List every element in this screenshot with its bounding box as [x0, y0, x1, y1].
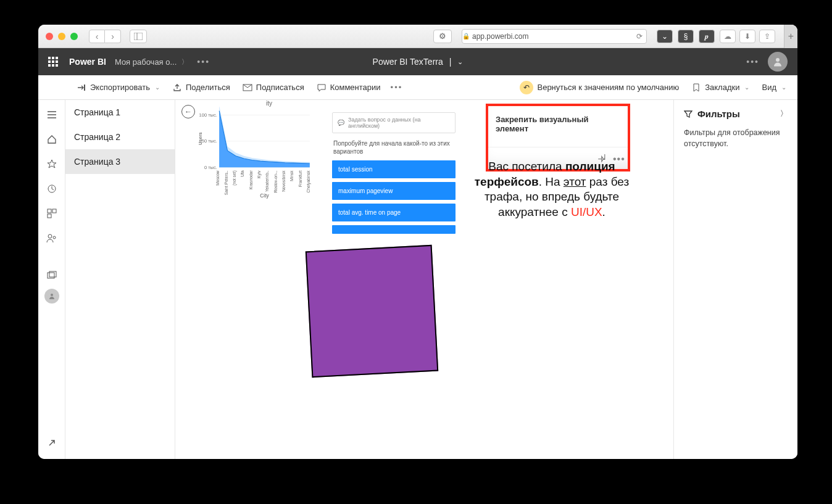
svg-text:(not set): (not set) [232, 170, 237, 185]
qna-suggestion-2[interactable]: maximum pageview [332, 182, 456, 200]
safari-right-buttons: ☁ ⬇ ⇪ [720, 30, 775, 43]
chart-visual[interactable]: ity 0 тыс.50 тыс.100 тыс.MoscowSaint Pet… [183, 100, 325, 236]
qna-visual[interactable]: 💬 Задать вопрос о данных (на английском)… [332, 112, 456, 238]
view-button[interactable]: Вид ⌄ [755, 75, 792, 99]
reset-button[interactable]: ↶ Вернуться к значениям по умолчанию [514, 75, 685, 99]
workspaces-button[interactable] [40, 264, 64, 286]
reload-icon[interactable]: ⟳ [636, 32, 643, 41]
report-canvas: ← ity 0 тыс.50 тыс.100 тыс.MoscowSaint P… [175, 100, 674, 459]
export-button[interactable]: Экспортировать ⌄ [70, 75, 166, 99]
comments-button[interactable]: Комментарии [310, 75, 387, 99]
recent-button[interactable] [40, 178, 64, 200]
app-launcher-button[interactable] [48, 57, 58, 67]
page-tab-1[interactable]: Страница 1 [65, 100, 175, 125]
sidebar-toggle-button[interactable] [130, 30, 147, 43]
qna-suggestion-1[interactable]: total session [332, 160, 456, 178]
chevron-down-icon: ⌄ [744, 84, 749, 91]
subscribe-label: Подписаться [256, 83, 304, 92]
maximize-window-button[interactable] [70, 33, 78, 40]
page-tab-3[interactable]: Страница 3 [65, 149, 175, 174]
powerbi-header: Power BI Моя рабочая о... 〉 ••• Power BI… [38, 48, 797, 75]
svg-text:Saint Peters..: Saint Peters.. [224, 170, 228, 195]
qna-suggestion-3[interactable]: total avg. time on page [332, 204, 456, 221]
svg-text:0 тыс.: 0 тыс. [204, 165, 217, 170]
svg-point-10 [53, 236, 56, 239]
favorites-button[interactable] [40, 153, 64, 175]
svg-rect-7 [52, 209, 56, 213]
new-tab-button[interactable]: + [784, 25, 797, 48]
shared-button[interactable] [40, 227, 64, 249]
qna-input[interactable]: 💬 Задать вопрос о данных (на английском) [332, 112, 456, 133]
reset-icon: ↶ [520, 81, 533, 94]
pin-tooltip-text: Закрепить визуальный элемент [488, 106, 628, 147]
svg-text:Kyiv: Kyiv [257, 170, 262, 178]
url-bar[interactable]: 🔒 app.powerbi.com ⟳ [462, 29, 647, 44]
report-title: Power BI TexTerra | ⌄ [373, 57, 464, 67]
svg-text:Rostov-on-..: Rostov-on-.. [273, 170, 278, 192]
export-icon [77, 83, 86, 93]
chart-title: ity [214, 100, 325, 107]
settings-button[interactable]: ⚙ [433, 30, 452, 43]
nav-buttons: ‹ › [89, 30, 121, 43]
chevron-down-icon: ⌄ [781, 84, 786, 91]
chart-svg: 0 тыс.50 тыс.100 тыс.MoscowSaint Peters.… [183, 107, 325, 199]
svg-rect-6 [48, 209, 51, 213]
home-button[interactable] [40, 128, 64, 151]
header-more-button[interactable]: ••• [746, 57, 759, 67]
person-icon [772, 56, 783, 67]
people-icon [46, 233, 57, 243]
svg-point-9 [48, 234, 52, 238]
star-icon [47, 159, 57, 169]
qna-suggestion-4[interactable] [332, 225, 456, 234]
mail-icon [243, 83, 252, 93]
icloud-tabs-button[interactable]: ☁ [720, 30, 736, 43]
svg-point-2 [776, 58, 780, 62]
breadcrumb-more-button[interactable]: ••• [197, 57, 210, 67]
svg-rect-3 [84, 85, 85, 91]
chevron-right-icon: 〉 [780, 109, 788, 119]
bookmarks-label: Закладки [705, 83, 739, 92]
reset-label: Вернуться к значениям по умолчанию [537, 83, 679, 92]
person-icon [48, 292, 56, 300]
hamburger-button[interactable] [40, 104, 64, 126]
workspace-name: Моя рабочая о... [115, 57, 177, 67]
workspace-avatar[interactable] [44, 289, 59, 304]
header-right: ••• [743, 52, 788, 72]
downloads-button[interactable]: ⬇ [739, 30, 755, 43]
apps-button[interactable] [40, 202, 64, 225]
breadcrumb[interactable]: Моя рабочая о... [115, 57, 177, 67]
svg-text:Novosibirsk: Novosibirsk [281, 170, 286, 192]
back-button[interactable]: ‹ [89, 30, 105, 43]
shape-visual[interactable] [306, 245, 438, 378]
filters-header[interactable]: Фильтры 〉 [684, 109, 788, 119]
user-avatar[interactable] [768, 52, 788, 72]
forward-button[interactable]: › [105, 30, 121, 43]
gear-icon: ⚙ [439, 31, 446, 41]
lock-icon: 🔒 [462, 33, 470, 39]
svg-rect-8 [48, 214, 51, 218]
qna-suggest-label: Попробуйте для начала какой-то из этих в… [333, 139, 454, 155]
chevron-down-icon[interactable]: ⌄ [457, 58, 463, 66]
pages-panel: Страница 1 Страница 2 Страница 3 [65, 100, 175, 459]
subscribe-button[interactable]: Подписаться [236, 75, 310, 99]
view-label: Вид [762, 83, 776, 92]
extension-button-2[interactable]: § [678, 30, 694, 43]
svg-text:City: City [260, 192, 269, 199]
toolbar-more-button[interactable]: ••• [391, 83, 403, 92]
bookmarks-button[interactable]: Закладки ⌄ [685, 75, 755, 99]
download-icon: ⬇ [744, 32, 751, 41]
get-data-button[interactable] [40, 432, 64, 454]
pocket-icon: ⌄ [662, 32, 668, 41]
pinterest-extension-button[interactable]: 𝒑 [699, 30, 715, 43]
minimize-window-button[interactable] [58, 33, 65, 40]
filter-icon [684, 110, 693, 118]
share-report-button[interactable]: Поделиться [166, 75, 236, 99]
close-window-button[interactable] [46, 33, 53, 40]
cloud-icon: ☁ [724, 32, 731, 41]
svg-text:50 тыс.: 50 тыс. [202, 138, 217, 144]
share-button[interactable]: ⇪ [759, 30, 775, 43]
page-tab-2[interactable]: Страница 2 [65, 125, 175, 149]
canvas-inner: ← ity 0 тыс.50 тыс.100 тыс.MoscowSaint P… [175, 100, 673, 459]
pocket-extension-button[interactable]: ⌄ [657, 30, 673, 43]
traffic-lights [46, 33, 78, 40]
